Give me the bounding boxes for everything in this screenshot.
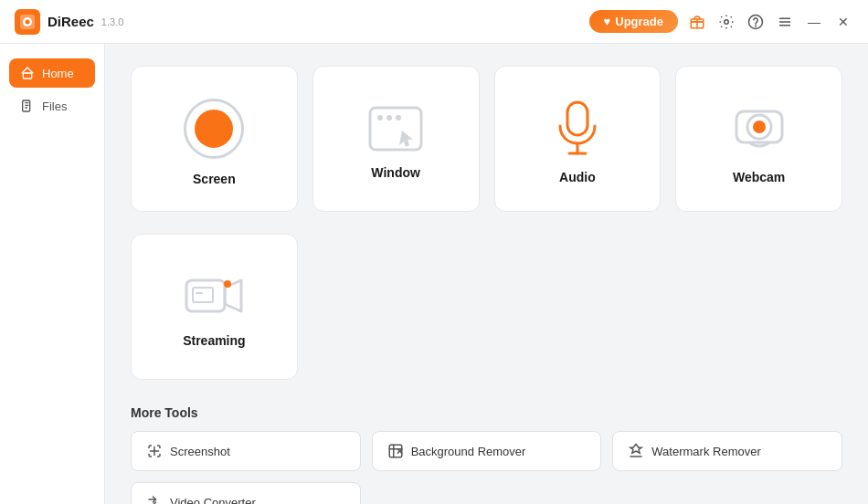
svg-point-14: [377, 115, 383, 121]
streaming-grid: Streaming: [131, 234, 842, 380]
svg-point-26: [224, 280, 231, 288]
bg-remover-label: Background Remover: [411, 445, 526, 458]
svg-rect-24: [193, 288, 213, 302]
window-icon: [367, 105, 424, 152]
upgrade-label: Upgrade: [615, 15, 663, 28]
heart-icon: ♥: [604, 15, 611, 28]
more-tool-video-converter[interactable]: Video Converter: [131, 482, 361, 504]
screen-label: Screen: [193, 172, 236, 186]
minimize-button[interactable]: —: [804, 12, 824, 32]
svg-point-22: [753, 121, 766, 133]
svg-point-2: [26, 19, 30, 24]
window-label: Window: [371, 165, 420, 180]
screenshot-icon: [146, 443, 163, 459]
more-tool-bg-remover[interactable]: Background Remover: [372, 431, 602, 471]
app-branding: DiReec 1.3.0: [15, 9, 123, 35]
tool-card-audio[interactable]: Audio: [494, 66, 662, 212]
webcam-label: Webcam: [733, 170, 785, 184]
audio-icon: [555, 100, 600, 157]
app-logo: [15, 9, 40, 35]
more-tool-wm-remover[interactable]: Watermark Remover: [612, 431, 842, 471]
svg-rect-13: [370, 108, 421, 150]
close-button[interactable]: ✕: [833, 12, 853, 32]
video-converter-label: Video Converter: [170, 496, 256, 505]
sidebar-item-home[interactable]: Home: [9, 58, 95, 88]
sidebar-files-label: Files: [42, 100, 67, 113]
help-icon[interactable]: [746, 12, 766, 32]
content-area: Screen Window: [105, 44, 868, 504]
svg-point-15: [386, 115, 392, 121]
more-tools-section: More Tools Screenshot: [131, 405, 842, 504]
more-tools-grid: Screenshot Background Remover: [131, 431, 842, 471]
title-bar-actions: ♥ Upgrade: [589, 10, 853, 33]
app-version: 1.3.0: [101, 16, 123, 27]
main-tools-grid: Screen Window: [131, 66, 842, 212]
sidebar-item-files[interactable]: Files: [9, 91, 95, 121]
sidebar: Home Files: [0, 44, 105, 504]
svg-point-16: [396, 115, 401, 121]
menu-icon[interactable]: [775, 12, 795, 32]
streaming-label: Streaming: [183, 333, 245, 348]
title-bar: DiReec 1.3.0 ♥ Upgrade: [0, 0, 868, 44]
gift-icon[interactable]: [687, 12, 707, 32]
app-name: DiReec: [48, 14, 94, 29]
tool-card-window[interactable]: Window: [312, 66, 480, 212]
more-tools-heading: More Tools: [131, 405, 842, 420]
svg-rect-11: [23, 73, 31, 79]
tool-card-screen[interactable]: Screen: [131, 66, 298, 212]
main-layout: Home Files Screen: [0, 44, 868, 504]
sidebar-home-label: Home: [42, 67, 74, 80]
tool-card-streaming[interactable]: Streaming: [131, 234, 298, 380]
more-tool-screenshot[interactable]: Screenshot: [131, 431, 361, 471]
settings-icon[interactable]: [716, 12, 736, 32]
bg-remover-icon: [387, 443, 404, 459]
svg-point-5: [725, 19, 729, 24]
screen-icon: [184, 99, 244, 159]
screenshot-label: Screenshot: [170, 445, 230, 458]
wm-remover-icon: [628, 443, 644, 459]
upgrade-button[interactable]: ♥ Upgrade: [589, 10, 678, 33]
video-converter-icon: [146, 494, 163, 504]
svg-rect-17: [567, 102, 587, 135]
audio-label: Audio: [559, 170, 596, 184]
svg-point-7: [756, 26, 757, 26]
more-tools-row2: Video Converter: [131, 482, 842, 504]
webcam-icon: [731, 100, 788, 157]
wm-remover-label: Watermark Remover: [651, 445, 760, 458]
streaming-icon: [184, 273, 244, 320]
tool-card-webcam[interactable]: Webcam: [675, 66, 842, 212]
